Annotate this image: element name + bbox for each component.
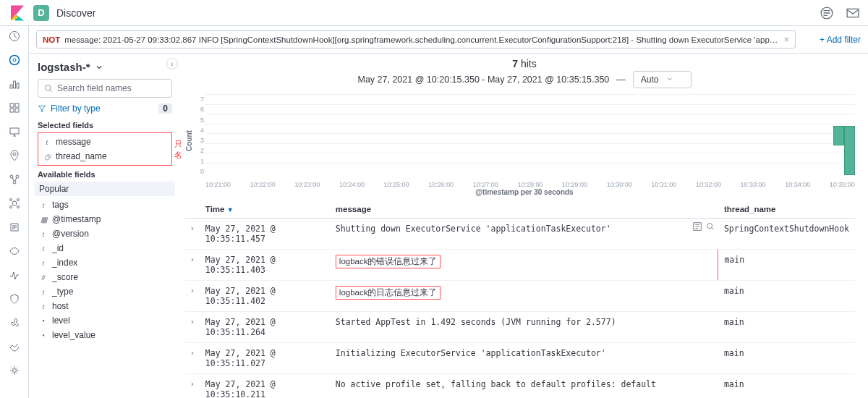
histogram-chart[interactable]: Count 76543210 10:21:0010:22:0010:23:001…	[181, 94, 868, 188]
maps-icon[interactable]	[9, 150, 20, 161]
svg-point-19	[12, 369, 16, 373]
field-tags[interactable]: ttags	[38, 198, 172, 212]
dev-icon[interactable]	[9, 317, 20, 329]
field-@timestamp[interactable]: ▦@timestamp	[38, 212, 172, 226]
visualize-icon[interactable]	[9, 78, 20, 90]
field-message[interactable]: tmessage	[41, 135, 169, 149]
col-thread[interactable]: thread_name	[718, 200, 855, 219]
filter-not-tag: NOT	[43, 35, 60, 44]
type-icon: t	[39, 229, 48, 238]
cell-message: Shutting down ExecutorService 'applicati…	[330, 219, 718, 250]
field-label: level_value	[52, 330, 95, 340]
recent-icon[interactable]	[9, 30, 20, 42]
expand-icon[interactable]: ›	[185, 250, 200, 281]
table-row[interactable]: › May 27, 2021 @ 10:35:11.264 Started Ap…	[185, 312, 855, 343]
expand-icon[interactable]: ›	[185, 343, 200, 374]
svg-rect-1	[847, 9, 859, 17]
popular-label: Popular	[39, 184, 69, 194]
monitoring-icon[interactable]	[9, 341, 20, 352]
filter-type-label: Filter by type	[51, 103, 101, 114]
col-time[interactable]: Time ▼	[200, 200, 330, 219]
table-row[interactable]: › May 27, 2021 @ 10:35:11.457 Shutting d…	[185, 219, 855, 250]
nav-rail	[0, 26, 29, 398]
type-icon: #	[39, 273, 48, 281]
filter-remove-icon[interactable]: ×	[783, 34, 789, 45]
field-thread-name[interactable]: ◷thread_name	[41, 149, 169, 164]
annotation-note: 只显示消息和线程名称	[174, 139, 181, 161]
field-label: thread_name	[56, 151, 107, 161]
cell-time: May 27, 2021 @ 10:35:10.211	[200, 374, 330, 399]
field-search-input[interactable]: Search field names	[38, 79, 172, 98]
date-range-text: May 27, 2021 @ 10:20:15.350 - May 27, 20…	[357, 75, 609, 85]
field-_index[interactable]: t_index	[38, 255, 172, 270]
view-single-icon[interactable]	[705, 221, 715, 232]
field-label: message	[56, 137, 91, 147]
siem-icon[interactable]	[9, 293, 20, 305]
filter-pill[interactable]: NOT message: 2021-05-27 09:33:02.867 INF…	[36, 30, 796, 48]
type-icon: ▦	[39, 215, 48, 224]
svg-point-15	[9, 199, 12, 201]
discover-icon[interactable]	[9, 54, 20, 66]
type-icon: t	[39, 244, 48, 253]
results-table: Time ▼ message thread_name › May 27, 202…	[181, 200, 868, 398]
svg-point-22	[707, 224, 712, 229]
table-row[interactable]: › May 27, 2021 @ 10:35:11.403 logback的错误…	[185, 250, 855, 281]
expand-icon[interactable]: ›	[185, 374, 200, 399]
chevron-down-icon	[666, 75, 673, 82]
app-badge[interactable]: D	[33, 5, 49, 21]
selected-fields-box: tmessage ◷thread_name 只显示消息和线程名称	[38, 132, 172, 166]
hits-count: 7 hits	[181, 54, 868, 71]
add-filter-link[interactable]: + Add filter	[820, 35, 861, 45]
field-_id[interactable]: t_id	[38, 241, 172, 255]
field-_score[interactable]: #_score	[38, 270, 172, 284]
expand-icon[interactable]: ›	[185, 219, 200, 250]
cell-time: May 27, 2021 @ 10:35:11.264	[200, 312, 330, 343]
svg-rect-7	[10, 109, 14, 112]
dashboard-icon[interactable]	[9, 102, 20, 114]
cell-thread: main	[718, 374, 855, 399]
field-_type[interactable]: t_type	[38, 284, 172, 299]
type-icon: t	[39, 287, 48, 296]
table-row[interactable]: › May 27, 2021 @ 10:35:11.027 Initializi…	[185, 343, 855, 374]
field-level[interactable]: •level	[38, 313, 172, 328]
sort-desc-icon: ▼	[227, 206, 234, 213]
canvas-icon[interactable]	[9, 126, 20, 137]
svg-point-16	[17, 199, 19, 201]
bar	[844, 126, 855, 175]
ml-icon[interactable]	[9, 174, 20, 185]
selected-fields-label: Selected fields	[38, 121, 172, 130]
apm-icon[interactable]	[9, 245, 20, 257]
field-label: _score	[52, 272, 78, 282]
field-host[interactable]: thost	[38, 299, 172, 313]
field-label: _index	[52, 258, 77, 268]
svg-point-13	[13, 181, 16, 184]
filter-by-type[interactable]: Filter by type 0	[38, 103, 172, 114]
expand-icon[interactable]: ›	[185, 281, 200, 312]
cell-thread: SpringContextShutdownHook	[718, 219, 855, 250]
filter-bar: NOT message: 2021-05-27 09:33:02.867 INF…	[29, 26, 868, 54]
collapse-sidebar-icon[interactable]: ‹	[166, 58, 178, 69]
newsfeed-icon[interactable]	[820, 7, 833, 20]
cell-message: Started AppTest in 1.492 seconds (JVM ru…	[330, 312, 718, 343]
cell-thread: main	[718, 250, 855, 281]
uptime-icon[interactable]	[9, 269, 20, 281]
table-row[interactable]: › May 27, 2021 @ 10:35:11.402 logback的日志…	[185, 281, 855, 312]
mail-icon[interactable]	[846, 7, 859, 20]
interval-select[interactable]: Auto	[633, 71, 692, 88]
index-pattern-select[interactable]: logstash-*	[38, 61, 172, 73]
table-row[interactable]: › May 27, 2021 @ 10:35:10.211 No active …	[185, 374, 855, 399]
field-level_value[interactable]: •level_value	[38, 328, 172, 342]
field-@version[interactable]: t@version	[38, 226, 172, 241]
kibana-logo[interactable]	[9, 4, 26, 22]
field-label: tags	[52, 200, 69, 210]
logs-icon[interactable]	[9, 221, 20, 233]
cell-message: Initializing ExecutorService 'applicatio…	[330, 343, 718, 374]
col-message[interactable]: message	[330, 200, 718, 219]
cell-time: May 27, 2021 @ 10:35:11.457	[200, 219, 330, 250]
management-icon[interactable]	[9, 365, 20, 376]
cell-message: No active profile set, falling back to d…	[330, 374, 718, 399]
type-icon: •	[39, 331, 48, 339]
view-doc-icon[interactable]	[692, 221, 702, 232]
metrics-icon[interactable]	[9, 198, 20, 209]
expand-icon[interactable]: ›	[185, 312, 200, 343]
